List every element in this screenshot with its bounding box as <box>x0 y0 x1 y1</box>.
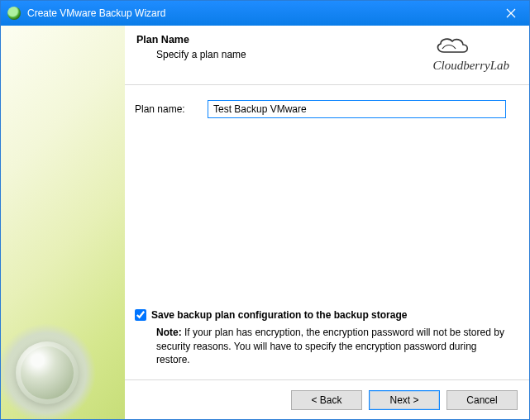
wizard-body: Plan Name Specify a plan name Cloudberry… <box>1 26 529 419</box>
note-text: If your plan has encryption, the encrypt… <box>156 327 504 365</box>
save-config-note: Note: If your plan has encryption, the e… <box>156 326 506 366</box>
wizard-window: Create VMware Backup Wizard Plan Name Sp… <box>0 0 530 420</box>
save-config-label: Save backup plan configuration to the ba… <box>151 309 407 321</box>
plan-name-label: Plan name: <box>135 103 201 115</box>
footer: < Back Next > Cancel <box>125 379 529 419</box>
save-config-row[interactable]: Save backup plan configuration to the ba… <box>135 309 506 321</box>
page-subtitle: Specify a plan name <box>156 49 432 60</box>
close-button[interactable] <box>492 1 529 26</box>
side-artwork <box>1 26 125 419</box>
header: Plan Name Specify a plan name Cloudberry… <box>125 26 529 84</box>
window-title: Create VMware Backup Wizard <box>27 7 492 19</box>
main-panel: Plan Name Specify a plan name Cloudberry… <box>125 26 529 419</box>
cloud-icon <box>432 34 509 57</box>
back-button[interactable]: < Back <box>291 390 362 410</box>
next-button[interactable]: Next > <box>369 390 440 410</box>
plan-name-input[interactable] <box>208 100 506 118</box>
brand: CloudberryLab <box>432 34 509 73</box>
app-icon <box>7 7 21 20</box>
plan-name-row: Plan name: <box>135 100 506 118</box>
note-prefix: Note: <box>156 327 182 338</box>
cancel-button[interactable]: Cancel <box>446 390 518 410</box>
save-config-block: Save backup plan configuration to the ba… <box>135 309 506 366</box>
save-config-checkbox[interactable] <box>135 309 146 321</box>
page-title: Plan Name <box>136 34 432 45</box>
titlebar: Create VMware Backup Wizard <box>1 1 529 26</box>
brand-name: CloudberryLab <box>432 59 509 73</box>
content: Plan name: Save backup plan configuratio… <box>125 85 529 379</box>
close-icon <box>506 8 516 18</box>
header-text: Plan Name Specify a plan name <box>136 34 432 60</box>
